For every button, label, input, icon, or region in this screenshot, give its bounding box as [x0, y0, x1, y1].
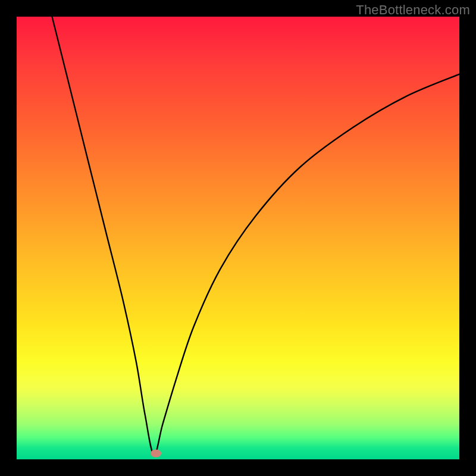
- bottleneck-gradient-background: [17, 17, 459, 459]
- attribution-text: TheBottleneck.com: [356, 2, 470, 18]
- optimum-marker: [151, 449, 161, 457]
- chart-frame: [17, 17, 459, 459]
